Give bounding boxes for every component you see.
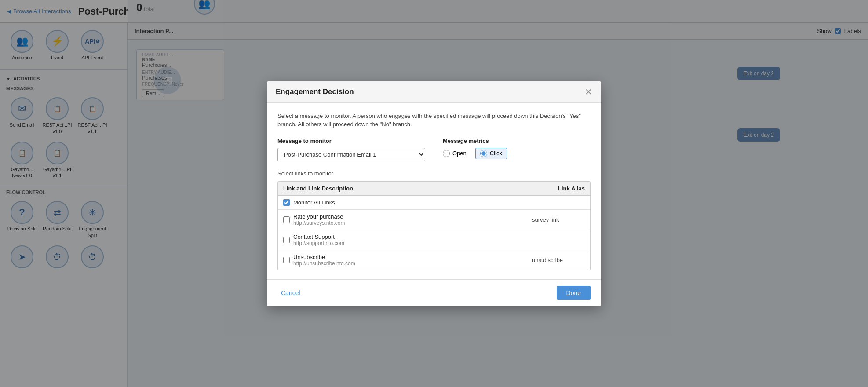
table-row-unsubscribe: Unsubscribe http://unsubscribe.nto.com u… bbox=[278, 250, 590, 270]
col1-header: Link and Link Description bbox=[283, 185, 353, 192]
link-left-rate-purchase: Rate your purchase http://surveys.nto.co… bbox=[283, 213, 532, 226]
modal-header: Engagement Decision ✕ bbox=[267, 81, 601, 103]
table-row-monitor-all: Monitor All Links bbox=[278, 196, 590, 210]
modal-title: Engagement Decision bbox=[276, 88, 354, 96]
link-alias-rate-purchase: survey link bbox=[532, 216, 585, 223]
links-table-header: Link and Link Description Link Alias bbox=[278, 182, 590, 196]
link-name-contact-support: Contact Support bbox=[293, 234, 532, 240]
modal-close-button[interactable]: ✕ bbox=[585, 88, 592, 96]
radio-click-item[interactable]: Click bbox=[475, 148, 507, 159]
message-to-monitor-label: Message to monitor bbox=[277, 138, 425, 144]
link-text-contact-support: Contact Support http://support.nto.com bbox=[293, 234, 532, 246]
link-text-unsubscribe: Unsubscribe http://unsubscribe.nto.com bbox=[293, 254, 532, 267]
checkbox-contact-support[interactable] bbox=[283, 237, 290, 243]
link-url-contact-support: http://support.nto.com bbox=[293, 240, 532, 246]
links-table: Link and Link Description Link Alias Mon… bbox=[277, 181, 591, 270]
link-left-monitor-all: Monitor All Links bbox=[283, 199, 532, 206]
cancel-button[interactable]: Cancel bbox=[277, 288, 304, 298]
radio-click-label: Click bbox=[490, 150, 502, 157]
link-name-unsubscribe: Unsubscribe bbox=[293, 254, 532, 260]
modal-footer: Cancel Done bbox=[267, 279, 601, 306]
message-metrics-label: Message metrics bbox=[443, 138, 591, 144]
select-links-label: Select links to monitor. bbox=[277, 170, 591, 177]
checkbox-unsubscribe[interactable] bbox=[283, 257, 290, 263]
engagement-decision-modal: Engagement Decision ✕ Select a message t… bbox=[267, 81, 601, 306]
link-alias-unsubscribe: unsubscribe bbox=[532, 257, 585, 263]
modal-config-row: Message to monitor Post-Purchase Confirm… bbox=[277, 138, 591, 161]
table-row-rate-purchase: Rate your purchase http://surveys.nto.co… bbox=[278, 210, 590, 230]
link-left-unsubscribe: Unsubscribe http://unsubscribe.nto.com bbox=[283, 254, 532, 267]
link-left-contact-support: Contact Support http://support.nto.com bbox=[283, 234, 532, 246]
modal-description: Select a message to monitor. A person wh… bbox=[277, 112, 591, 129]
link-name-rate-purchase: Rate your purchase bbox=[293, 213, 532, 220]
link-name-monitor-all: Monitor All Links bbox=[293, 199, 335, 206]
radio-click-input[interactable] bbox=[480, 150, 487, 157]
radio-open-input[interactable] bbox=[443, 150, 450, 157]
message-metrics-col: Message metrics Open Click bbox=[443, 138, 591, 161]
checkbox-monitor-all[interactable] bbox=[283, 199, 290, 206]
modal-overlay: Engagement Decision ✕ Select a message t… bbox=[0, 0, 868, 387]
checkbox-rate-purchase[interactable] bbox=[283, 216, 290, 223]
col2-header: Link Alias bbox=[558, 185, 585, 192]
radio-open-label: Open bbox=[452, 150, 467, 157]
message-select[interactable]: Post-Purchase Confirmation Email 1 bbox=[277, 148, 425, 161]
message-to-monitor-col: Message to monitor Post-Purchase Confirm… bbox=[277, 138, 425, 161]
done-button[interactable]: Done bbox=[557, 286, 591, 300]
link-text-rate-purchase: Rate your purchase http://surveys.nto.co… bbox=[293, 213, 532, 226]
modal-body: Select a message to monitor. A person wh… bbox=[267, 103, 601, 279]
radio-row: Open Click bbox=[443, 148, 591, 159]
table-row-contact-support: Contact Support http://support.nto.com bbox=[278, 230, 590, 250]
radio-open-item[interactable]: Open bbox=[443, 150, 467, 157]
link-url-rate-purchase: http://surveys.nto.com bbox=[293, 220, 532, 226]
link-url-unsubscribe: http://unsubscribe.nto.com bbox=[293, 260, 532, 267]
